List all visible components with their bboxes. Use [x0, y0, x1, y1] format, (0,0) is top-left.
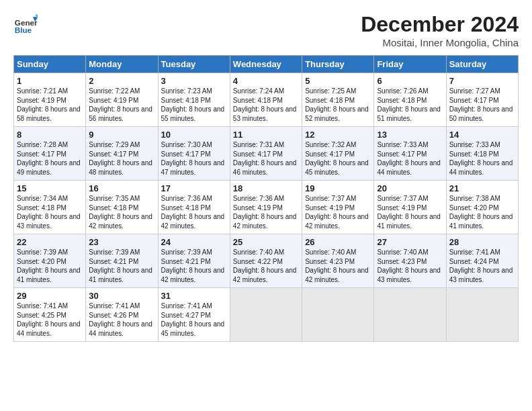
day-number: 22	[17, 237, 83, 247]
logo: General Blue	[13, 12, 40, 36]
day-info: Sunrise: 7:22 AM Sunset: 4:19 PM Dayligh…	[89, 87, 152, 122]
day-number: 17	[161, 183, 227, 193]
calendar-cell: 12Sunrise: 7:32 AM Sunset: 4:17 PM Dayli…	[302, 127, 374, 181]
day-info: Sunrise: 7:40 AM Sunset: 4:23 PM Dayligh…	[305, 248, 369, 283]
day-info: Sunrise: 7:34 AM Sunset: 4:18 PM Dayligh…	[17, 195, 81, 230]
col-friday: Friday	[374, 56, 446, 73]
day-info: Sunrise: 7:36 AM Sunset: 4:18 PM Dayligh…	[161, 195, 225, 230]
day-info: Sunrise: 7:21 AM Sunset: 4:19 PM Dayligh…	[17, 87, 81, 122]
calendar-cell: 10Sunrise: 7:30 AM Sunset: 4:17 PM Dayli…	[158, 127, 230, 181]
day-number: 24	[161, 237, 227, 247]
day-number: 28	[449, 237, 515, 247]
calendar-cell: 24Sunrise: 7:39 AM Sunset: 4:21 PM Dayli…	[158, 234, 230, 288]
calendar-page: General Blue December 2024 Mositai, Inne…	[0, 0, 532, 349]
svg-text:Blue: Blue	[15, 26, 32, 34]
calendar-cell: 29Sunrise: 7:41 AM Sunset: 4:25 PM Dayli…	[14, 288, 86, 342]
calendar-row: 15Sunrise: 7:34 AM Sunset: 4:18 PM Dayli…	[14, 181, 519, 234]
day-info: Sunrise: 7:39 AM Sunset: 4:20 PM Dayligh…	[17, 248, 81, 283]
day-number: 21	[449, 183, 515, 193]
col-sunday: Sunday	[14, 56, 86, 73]
day-number: 26	[305, 237, 371, 247]
day-info: Sunrise: 7:38 AM Sunset: 4:20 PM Dayligh…	[449, 195, 513, 230]
day-number: 16	[89, 183, 154, 193]
col-saturday: Saturday	[446, 56, 518, 73]
title-block: December 2024 Mositai, Inner Mongolia, C…	[361, 12, 519, 48]
calendar-cell: 17Sunrise: 7:36 AM Sunset: 4:18 PM Dayli…	[158, 181, 230, 234]
day-number: 2	[89, 76, 154, 86]
day-info: Sunrise: 7:33 AM Sunset: 4:17 PM Dayligh…	[377, 141, 441, 176]
calendar-cell: 28Sunrise: 7:41 AM Sunset: 4:24 PM Dayli…	[446, 234, 518, 288]
day-info: Sunrise: 7:41 AM Sunset: 4:26 PM Dayligh…	[89, 302, 152, 337]
day-info: Sunrise: 7:31 AM Sunset: 4:17 PM Dayligh…	[233, 141, 297, 176]
day-info: Sunrise: 7:23 AM Sunset: 4:18 PM Dayligh…	[161, 87, 225, 122]
calendar-table: Sunday Monday Tuesday Wednesday Thursday…	[13, 55, 519, 342]
calendar-row: 29Sunrise: 7:41 AM Sunset: 4:25 PM Dayli…	[14, 288, 519, 342]
day-number: 25	[233, 237, 299, 247]
day-info: Sunrise: 7:39 AM Sunset: 4:21 PM Dayligh…	[161, 248, 225, 283]
header-row: Sunday Monday Tuesday Wednesday Thursday…	[14, 56, 519, 73]
calendar-cell: 25Sunrise: 7:40 AM Sunset: 4:22 PM Dayli…	[230, 234, 302, 288]
day-info: Sunrise: 7:30 AM Sunset: 4:17 PM Dayligh…	[161, 141, 225, 176]
day-info: Sunrise: 7:36 AM Sunset: 4:19 PM Dayligh…	[233, 195, 297, 230]
day-number: 29	[17, 291, 83, 301]
day-number: 18	[233, 183, 299, 193]
calendar-cell: 3Sunrise: 7:23 AM Sunset: 4:18 PM Daylig…	[158, 73, 230, 127]
day-info: Sunrise: 7:37 AM Sunset: 4:19 PM Dayligh…	[305, 195, 369, 230]
day-info: Sunrise: 7:32 AM Sunset: 4:17 PM Dayligh…	[305, 141, 369, 176]
day-info: Sunrise: 7:37 AM Sunset: 4:19 PM Dayligh…	[377, 195, 441, 230]
day-info: Sunrise: 7:39 AM Sunset: 4:21 PM Dayligh…	[89, 248, 152, 283]
day-number: 14	[449, 130, 515, 140]
day-number: 13	[377, 130, 443, 140]
col-wednesday: Wednesday	[230, 56, 302, 73]
calendar-cell: 31Sunrise: 7:41 AM Sunset: 4:27 PM Dayli…	[158, 288, 230, 342]
day-number: 19	[305, 183, 371, 193]
calendar-cell: 5Sunrise: 7:25 AM Sunset: 4:18 PM Daylig…	[302, 73, 374, 127]
calendar-cell: 9Sunrise: 7:29 AM Sunset: 4:17 PM Daylig…	[86, 127, 158, 181]
calendar-cell: 18Sunrise: 7:36 AM Sunset: 4:19 PM Dayli…	[230, 181, 302, 234]
day-number: 15	[17, 183, 83, 193]
calendar-cell: 30Sunrise: 7:41 AM Sunset: 4:26 PM Dayli…	[86, 288, 158, 342]
calendar-cell: 21Sunrise: 7:38 AM Sunset: 4:20 PM Dayli…	[446, 181, 518, 234]
col-tuesday: Tuesday	[158, 56, 230, 73]
calendar-cell: 6Sunrise: 7:26 AM Sunset: 4:18 PM Daylig…	[374, 73, 446, 127]
day-number: 23	[89, 237, 154, 247]
day-number: 30	[89, 291, 154, 301]
calendar-cell	[302, 288, 374, 342]
calendar-cell: 4Sunrise: 7:24 AM Sunset: 4:18 PM Daylig…	[230, 73, 302, 127]
day-info: Sunrise: 7:41 AM Sunset: 4:25 PM Dayligh…	[17, 302, 81, 337]
calendar-cell	[446, 288, 518, 342]
calendar-cell: 14Sunrise: 7:33 AM Sunset: 4:18 PM Dayli…	[446, 127, 518, 181]
calendar-cell: 13Sunrise: 7:33 AM Sunset: 4:17 PM Dayli…	[374, 127, 446, 181]
day-number: 11	[233, 130, 299, 140]
day-info: Sunrise: 7:27 AM Sunset: 4:17 PM Dayligh…	[449, 87, 513, 122]
day-info: Sunrise: 7:25 AM Sunset: 4:18 PM Dayligh…	[305, 87, 369, 122]
location: Mositai, Inner Mongolia, China	[361, 37, 519, 48]
day-info: Sunrise: 7:35 AM Sunset: 4:18 PM Dayligh…	[89, 195, 152, 230]
calendar-cell: 8Sunrise: 7:28 AM Sunset: 4:17 PM Daylig…	[14, 127, 86, 181]
day-info: Sunrise: 7:40 AM Sunset: 4:23 PM Dayligh…	[377, 248, 441, 283]
day-info: Sunrise: 7:24 AM Sunset: 4:18 PM Dayligh…	[233, 87, 297, 122]
calendar-cell: 27Sunrise: 7:40 AM Sunset: 4:23 PM Dayli…	[374, 234, 446, 288]
day-number: 4	[233, 76, 299, 86]
calendar-cell: 16Sunrise: 7:35 AM Sunset: 4:18 PM Dayli…	[86, 181, 158, 234]
calendar-row: 1Sunrise: 7:21 AM Sunset: 4:19 PM Daylig…	[14, 73, 519, 127]
calendar-cell: 7Sunrise: 7:27 AM Sunset: 4:17 PM Daylig…	[446, 73, 518, 127]
day-info: Sunrise: 7:41 AM Sunset: 4:24 PM Dayligh…	[449, 248, 513, 283]
day-number: 8	[17, 130, 83, 140]
calendar-cell: 2Sunrise: 7:22 AM Sunset: 4:19 PM Daylig…	[86, 73, 158, 127]
header: General Blue December 2024 Mositai, Inne…	[13, 12, 519, 48]
day-number: 1	[17, 76, 83, 86]
day-number: 10	[161, 130, 227, 140]
day-info: Sunrise: 7:40 AM Sunset: 4:22 PM Dayligh…	[233, 248, 297, 283]
day-info: Sunrise: 7:28 AM Sunset: 4:17 PM Dayligh…	[17, 141, 81, 176]
day-number: 12	[305, 130, 371, 140]
calendar-cell: 20Sunrise: 7:37 AM Sunset: 4:19 PM Dayli…	[374, 181, 446, 234]
day-number: 9	[89, 130, 154, 140]
col-monday: Monday	[86, 56, 158, 73]
calendar-row: 22Sunrise: 7:39 AM Sunset: 4:20 PM Dayli…	[14, 234, 519, 288]
day-number: 6	[377, 76, 443, 86]
calendar-cell	[230, 288, 302, 342]
day-number: 3	[161, 76, 227, 86]
calendar-cell: 19Sunrise: 7:37 AM Sunset: 4:19 PM Dayli…	[302, 181, 374, 234]
day-number: 27	[377, 237, 443, 247]
